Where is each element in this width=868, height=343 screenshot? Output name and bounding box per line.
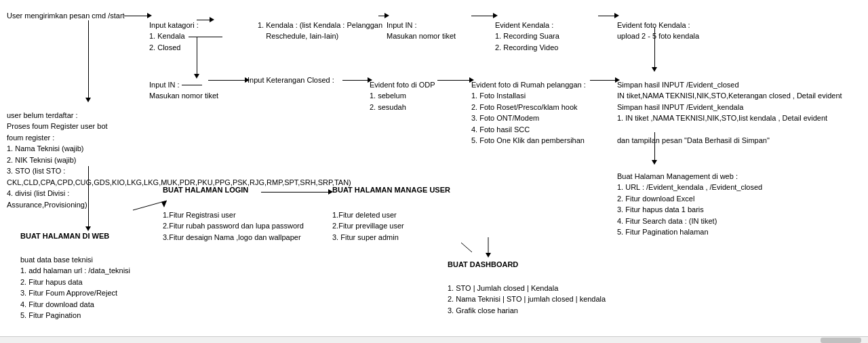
node-web-features: buat data base teknisi1. add halaman url… xyxy=(20,243,130,321)
node-dashboard-title: BUAT DASHBOARD xyxy=(448,259,518,270)
node-input-in-2: Input IN : Masukan nomor tiket xyxy=(149,68,218,102)
node-halaman-login-title: BUAT HALAMAN LOGIN xyxy=(163,184,248,196)
arrow-5-6 xyxy=(598,16,615,16)
arrow-7-8 xyxy=(208,80,245,81)
arrow-1-2 xyxy=(124,16,148,16)
arrow-user-down xyxy=(88,20,89,98)
node-evident-kendala: Evident Kendala :1. Recording Suara2. Re… xyxy=(495,8,559,53)
svg-marker-3 xyxy=(486,253,491,258)
arrow-11-down xyxy=(654,132,655,161)
node-halaman-management: Buat Halaman Management di web :1. URL :… xyxy=(617,159,762,238)
node-evident-rumah: Evident foto di Rumah pelanggan :1. Foto… xyxy=(471,68,586,146)
node-dashboard-features: 1. STO | Jumlah closed | Kendala2. Nama … xyxy=(448,271,606,316)
arrow-user-down-2 xyxy=(88,166,89,227)
node-halaman-web-title: BUAT HALAMAN DI WEB xyxy=(20,230,109,242)
scrollbar-thumb[interactable] xyxy=(821,338,861,343)
node-user-not-registered: user belum terdaftar :Proses foum Regist… xyxy=(7,98,142,210)
arrow-8-9 xyxy=(342,80,368,81)
node-evident-odp: Evident foto di ODP1. sebelum2. sesudah xyxy=(370,68,435,113)
scrollbar-horizontal[interactable] xyxy=(0,336,868,343)
node-input-katagori: Input katagori :1. Kendala 2. Closed xyxy=(149,8,224,53)
node-evident-foto-kendala: Evident foto Kendala :upload 2 - 5 foto … xyxy=(617,8,699,42)
node-simpan: Simpan hasil INPUT /Evident_closedIN tik… xyxy=(617,68,842,146)
arrow-9-10 xyxy=(437,80,470,81)
node-input-in-1: Input IN :Masukan nomor tiket xyxy=(387,8,456,42)
node-login-features: 1.Fitur Registrasi user2.Fitur rubah pas… xyxy=(163,198,304,243)
arrow-4-5 xyxy=(471,16,494,16)
diagram-container: User mengirimkan pesan cmd /start Input … xyxy=(0,0,868,343)
node-keterangan-closed: Input Keterangan Closed : xyxy=(248,75,334,86)
node-user-start: User mengirimkan pesan cmd /start xyxy=(7,10,125,22)
svg-line-4 xyxy=(461,243,472,252)
node-manage-user-features: 1.Fitur deleted user2.Fitur previllage u… xyxy=(332,198,404,243)
node-kendala: 1. Kendala : (list Kendala : Pelanggan R… xyxy=(258,8,382,42)
arrow-kendala xyxy=(197,20,210,20)
arrow-login-manage xyxy=(261,192,329,193)
arrow-10-11 xyxy=(590,80,616,81)
node-manage-user-title: BUAT HALAMAN MANAGE USER xyxy=(332,184,450,196)
arrow-6-down xyxy=(654,27,655,68)
arrow-3-4 xyxy=(378,16,385,16)
